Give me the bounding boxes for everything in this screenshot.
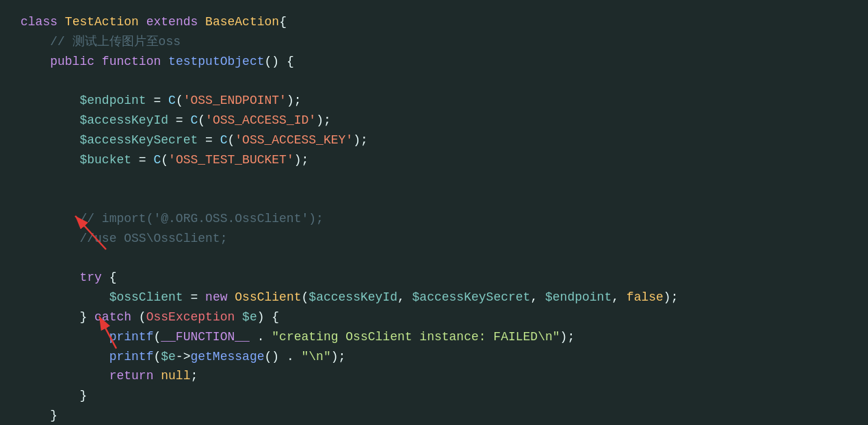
code-line-1: class TestAction extends BaseAction{: [21, 12, 847, 32]
code-line-4: [21, 71, 847, 91]
code-line-8: $bucket = C('OSS_TEST_BUCKET');: [21, 150, 847, 170]
code-line-13: [21, 249, 847, 269]
code-line-15: $ossClient = new OssClient($accessKeyId,…: [21, 288, 847, 307]
code-line-9: [21, 169, 847, 189]
code-line-14: try {: [21, 268, 847, 288]
code-line-2: // 测试上传图片至oss: [21, 32, 847, 52]
code-line-7: $accessKeySecret = C('OSS_ACCESS_KEY');: [21, 131, 847, 150]
code-editor: class TestAction extends BaseAction{ // …: [0, 0, 868, 425]
code-line-6: $accessKeyId = C('OSS_ACCESS_ID');: [21, 111, 847, 131]
code-line-3: public function testputObject() {: [21, 52, 847, 72]
code-line-21: }: [21, 406, 847, 425]
code-line-11: // import('@.ORG.OSS.OssClient');: [21, 209, 847, 229]
code-line-5: $endpoint = C('OSS_ENDPOINT');: [21, 91, 847, 111]
code-line-10: [21, 189, 847, 209]
code-line-19: return null;: [21, 366, 847, 386]
code-line-16: } catch (OssException $e) {: [21, 307, 847, 327]
code-line-20: }: [21, 386, 847, 406]
code-line-18: printf($e->getMessage() . "\n");: [21, 347, 847, 367]
code-line-17: printf(__FUNCTION__ . "creating OssClien…: [21, 327, 847, 347]
code-line-12: //use OSS\OssClient;: [21, 229, 847, 249]
